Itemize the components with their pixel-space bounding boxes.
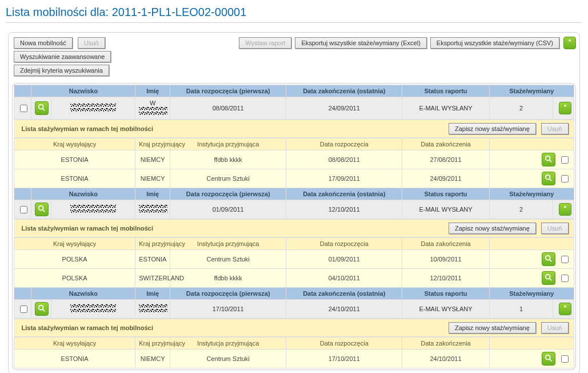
header-last-name[interactable]: Nazwisko [31,188,135,200]
cell-first-name [135,300,170,319]
save-new-placement-button[interactable]: Zapisz nowy staż/wymianę [449,123,536,134]
svg-line-5 [550,179,552,181]
header-report-status[interactable]: Status raportu [402,188,489,200]
row-checkbox[interactable] [20,105,27,112]
cell-end: 12/10/2011 [286,200,402,219]
chevron-up-icon: ˄ [563,104,567,112]
obscured-text [139,204,167,213]
header-first-name[interactable]: Imię [135,288,170,300]
cell-first-name: W [135,97,170,120]
save-new-placement-button[interactable]: Zapisz nowy staż/wymianę [449,322,536,334]
view-placement-button[interactable] [542,252,555,266]
cell-end: 24/09/2011 [286,97,402,120]
magnifier-icon [545,273,553,283]
header-last-name[interactable]: Nazwisko [31,288,135,300]
sub-title: Lista staży/wymian w ramach tej mobilnoś… [18,125,153,132]
view-button[interactable] [35,203,49,216]
svg-point-12 [39,305,43,310]
obscured-text [70,204,116,213]
cell-sending: ESTONIA [14,150,135,169]
delete-placement-button[interactable]: Usuń [541,123,569,134]
row-collapse-button[interactable]: ˄ [559,203,571,216]
sub-header-row: Kraj wysyłający Kraj przyjmujący Instytu… [14,338,574,350]
header-start-date[interactable]: Data rozpoczęcia (pierwsza) [170,85,286,97]
view-placement-button[interactable] [542,352,555,366]
cell-sending: POLSKA [14,250,135,269]
svg-line-1 [43,109,45,111]
header-end-date[interactable]: Data zakończenia (ostatnia) [286,188,402,200]
row-checkbox[interactable] [20,305,27,313]
placement-checkbox[interactable] [561,175,569,182]
placement-checkbox[interactable] [561,355,569,363]
sub-header-start: Data rozpoczęcia [286,138,402,150]
placement-checkbox[interactable] [561,156,569,164]
cell-host: NIEMCY [135,350,170,368]
header-report-status[interactable]: Status raportu [402,288,489,300]
view-placement-button[interactable] [542,172,555,185]
mobility-table: Nazwisko Imię Data rozpoczęcia (pierwsza… [14,85,574,368]
row-collapse-button[interactable]: ˄ [559,102,571,114]
magnifier-icon [545,354,553,363]
view-button[interactable] [35,302,49,316]
obscured-text [139,304,167,313]
sub-header-institution: Instytucja przyjmująca [170,338,286,350]
export-excel-button[interactable]: Eksportuj wszystkie staże/wymiany (Excel… [295,37,426,49]
cell-sub-start: 04/10/2011 [286,269,402,288]
table-header-row: Nazwisko Imię Data rozpoczęcia (pierwsza… [14,288,574,300]
export-csv-button[interactable]: Eksportuj wszystkie staże/wymiany (CSV) [430,37,559,49]
toolbar: Nowa mobilność Usuń Wyszukiwanie zaawans… [12,36,576,77]
cell-sending: ESTONIA [14,350,135,368]
row-collapse-button[interactable]: ˄ [559,303,571,315]
placement-row: ESTONIA NIEMCY Centrum Sztuki 17/09/2011… [14,169,574,188]
svg-point-2 [546,156,550,161]
cell-end: 24/10/2011 [286,300,402,319]
sub-title: Lista staży/wymian w ramach tej mobilnoś… [18,225,153,232]
header-end-date[interactable]: Data zakończenia (ostatnia) [286,85,402,97]
placement-checkbox[interactable] [561,275,569,282]
cell-last-name [51,97,135,120]
sub-header-start: Data rozpoczęcia [286,238,402,250]
cell-sub-start: 08/08/2011 [286,150,402,169]
table-container: Nazwisko Imię Data rozpoczęcia (pierwsza… [12,83,576,370]
header-end-date[interactable]: Data zakończenia (ostatnia) [286,288,402,300]
placement-row: ESTONIA NIEMCY Centrum Sztuki 17/10/2011… [14,350,574,368]
cell-sub-start: 01/09/2011 [286,250,402,269]
cell-count: 2 [489,200,553,219]
svg-point-4 [546,175,550,180]
placement-checkbox[interactable] [561,256,569,263]
remove-criteria-button[interactable]: Zdejmij kryteria wyszukiwania [14,65,109,76]
new-mobility-button[interactable]: Nowa mobilność [14,37,73,49]
delete-placement-button[interactable]: Usuń [541,322,569,334]
view-placement-button[interactable] [542,153,555,166]
header-count[interactable]: Staże/wymiany [489,288,574,300]
cell-institution: Centrum Sztuki [170,169,286,188]
save-new-placement-button[interactable]: Zapisz nowy staż/wymianę [449,223,536,234]
issue-report-button[interactable]: Wystaw raport [239,37,291,49]
delete-button[interactable]: Usuń [78,37,105,49]
sub-header-bar: Lista staży/wymian w ramach tej mobilnoś… [14,319,574,338]
cell-count: 1 [489,300,553,319]
cell-status: E-MAIL WYSŁANY [402,200,489,219]
cell-sub-start: 17/09/2011 [286,169,402,188]
delete-placement-button[interactable]: Usuń [541,223,569,234]
collapse-all-button[interactable]: ˄ [563,37,576,49]
sub-header-end: Data zakończenia [402,138,489,150]
header-start-date[interactable]: Data rozpoczęcia (pierwsza) [170,288,286,300]
cell-sub-start: 17/10/2011 [286,350,402,368]
view-button[interactable] [35,101,49,115]
header-start-date[interactable]: Data rozpoczęcia (pierwsza) [170,188,286,200]
obscured-text [70,304,116,313]
row-checkbox[interactable] [20,206,27,213]
header-count[interactable]: Staże/wymiany [489,188,574,200]
header-count[interactable]: Staże/wymiany [489,85,574,97]
header-first-name[interactable]: Imię [135,85,170,97]
header-report-status[interactable]: Status raportu [402,85,489,97]
cell-sub-end: 10/09/2011 [402,250,489,269]
chevron-up-icon: ˄ [568,39,571,47]
placement-row: POLSKA SWITZERLAND ffdbb kkkk 04/10/2011… [14,269,574,288]
header-first-name[interactable]: Imię [135,188,170,200]
view-placement-button[interactable] [542,271,555,285]
svg-line-11 [550,279,552,281]
header-last-name[interactable]: Nazwisko [31,85,135,97]
advanced-search-button[interactable]: Wyszukiwanie zaawansowane [14,51,111,62]
